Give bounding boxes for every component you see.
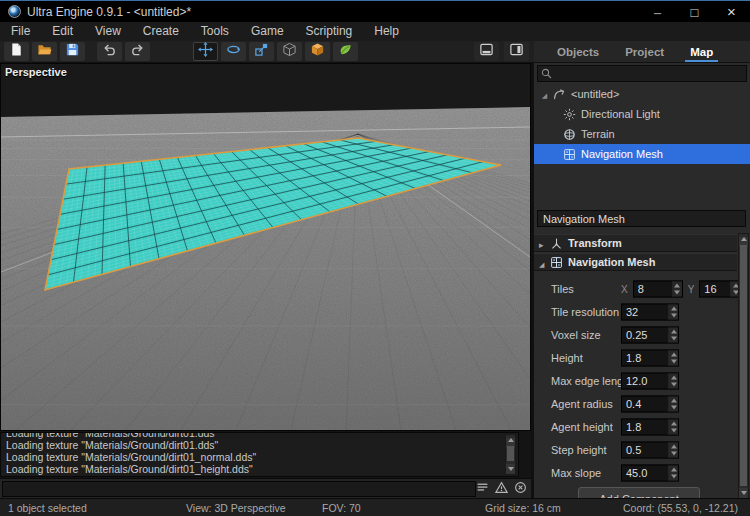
- redo-button[interactable]: [125, 42, 150, 61]
- console-input[interactable]: [2, 481, 476, 497]
- spinbox-value[interactable]: 0.4: [622, 396, 668, 411]
- history-button-group: [97, 42, 150, 61]
- value-spinbox[interactable]: 0.4: [621, 395, 679, 412]
- value-spinbox[interactable]: 0.25: [621, 326, 679, 343]
- spin-up-icon[interactable]: [671, 352, 677, 356]
- spin-down-icon[interactable]: [671, 451, 677, 455]
- spin-up-icon[interactable]: [671, 329, 677, 333]
- log-lines-button[interactable]: [474, 481, 490, 497]
- rotate-tool-button[interactable]: [221, 42, 246, 61]
- redo-icon: [130, 42, 145, 61]
- transform-axis-icon: [548, 237, 565, 250]
- entity-name-field[interactable]: [537, 210, 746, 227]
- property-fields: 32: [621, 303, 679, 320]
- errors-button[interactable]: [512, 481, 528, 497]
- tab-project[interactable]: Project: [620, 46, 669, 62]
- value-spinbox[interactable]: 0.5: [621, 441, 679, 458]
- spinbox-value[interactable]: 32: [622, 304, 668, 319]
- expand-arrow-icon[interactable]: [538, 88, 551, 100]
- move-tool-button[interactable]: [193, 42, 218, 61]
- spinbox-value[interactable]: 45.0: [622, 465, 668, 480]
- spin-down-icon[interactable]: [671, 336, 677, 340]
- right-panel: <untitled>Directional LightTerrainNaviga…: [534, 63, 750, 499]
- spinbox-value[interactable]: 0.25: [622, 327, 668, 342]
- spin-down-icon[interactable]: [671, 313, 677, 317]
- tree-item-directional-light[interactable]: Directional Light: [534, 104, 750, 124]
- open-folder-button[interactable]: [32, 42, 57, 61]
- spinbox-value[interactable]: 12.0: [622, 373, 668, 388]
- save-button[interactable]: [60, 42, 85, 61]
- spinbox-value[interactable]: 16: [700, 281, 730, 296]
- expand-arrow-icon[interactable]: [534, 234, 548, 252]
- spin-up-icon[interactable]: [671, 375, 677, 379]
- tree-item-navigation-mesh[interactable]: Navigation Mesh: [534, 144, 750, 164]
- toggle-right-panel-button[interactable]: [504, 42, 529, 61]
- menu-item-scripting[interactable]: Scripting: [295, 22, 364, 41]
- tree-item--untitled-[interactable]: <untitled>: [534, 84, 750, 104]
- menu-item-create[interactable]: Create: [132, 22, 190, 41]
- property-row-step-height: Step height0.5: [534, 438, 737, 461]
- warnings-button[interactable]: [493, 481, 509, 497]
- menu-item-help[interactable]: Help: [363, 22, 410, 41]
- main-area: Perspective Loading texture "Materials/G…: [0, 63, 750, 499]
- menu-item-file[interactable]: File: [0, 22, 41, 41]
- spin-down-icon[interactable]: [671, 359, 677, 363]
- minimize-button[interactable]: [639, 1, 676, 22]
- section-header-navigation-mesh[interactable]: Navigation Mesh: [534, 253, 737, 271]
- close-button[interactable]: [713, 1, 750, 22]
- spin-down-icon[interactable]: [671, 474, 677, 478]
- spinbox-value[interactable]: 1.8: [622, 350, 668, 365]
- scrollbar-thumb[interactable]: [507, 446, 514, 461]
- value-spinbox[interactable]: 12.0: [621, 372, 679, 389]
- section-header-transform[interactable]: Transform: [534, 234, 737, 252]
- value-spinbox[interactable]: 16: [699, 280, 741, 297]
- tab-map[interactable]: Map: [685, 46, 718, 62]
- expand-arrow-icon[interactable]: [534, 253, 548, 271]
- spin-up-icon[interactable]: [671, 398, 677, 402]
- solid-cube-button[interactable]: [305, 42, 330, 61]
- menu-item-view[interactable]: View: [84, 22, 132, 41]
- spin-down-icon[interactable]: [671, 428, 677, 432]
- value-spinbox[interactable]: 32: [621, 303, 679, 320]
- tree-item-terrain[interactable]: Terrain: [534, 124, 750, 144]
- menu-item-tools[interactable]: Tools: [190, 22, 240, 41]
- spinbox-value[interactable]: 0.5: [622, 442, 668, 457]
- value-spinbox[interactable]: 1.8: [621, 418, 679, 435]
- maximize-button[interactable]: [676, 1, 713, 22]
- spin-up-icon[interactable]: [674, 283, 680, 287]
- scale-tool-button[interactable]: [249, 42, 274, 61]
- spin-up-icon[interactable]: [671, 444, 677, 448]
- spinner-arrows: [668, 350, 678, 365]
- tab-objects[interactable]: Objects: [552, 46, 604, 62]
- spin-down-icon[interactable]: [674, 290, 680, 294]
- value-spinbox[interactable]: 8: [633, 280, 683, 297]
- status-view: View: 3D Perspective: [186, 502, 286, 514]
- spin-down-icon[interactable]: [671, 405, 677, 409]
- toggle-bottom-panel-icon: [479, 42, 494, 61]
- terrain-paint-button[interactable]: [333, 42, 358, 61]
- menu-item-edit[interactable]: Edit: [41, 22, 84, 41]
- console-scrollbar[interactable]: [505, 434, 516, 475]
- wireframe-cube-button[interactable]: [277, 42, 302, 61]
- spin-down-icon[interactable]: [671, 382, 677, 386]
- spin-up-icon[interactable]: [671, 467, 677, 471]
- toggle-bottom-panel-button[interactable]: [474, 42, 499, 61]
- search-input[interactable]: [555, 67, 746, 81]
- viewport-3d[interactable]: Perspective: [0, 63, 531, 431]
- spin-up-icon[interactable]: [671, 421, 677, 425]
- scroll-down-button[interactable]: [739, 488, 748, 498]
- spinbox-value[interactable]: 1.8: [622, 419, 668, 434]
- properties-scrollbar[interactable]: [738, 233, 749, 499]
- property-row-height: Height1.8: [534, 346, 737, 369]
- value-spinbox[interactable]: 1.8: [621, 349, 679, 366]
- undo-button[interactable]: [97, 42, 122, 61]
- scroll-down-button[interactable]: [506, 464, 515, 474]
- value-spinbox[interactable]: 45.0: [621, 464, 679, 481]
- new-file-button[interactable]: [4, 42, 29, 61]
- spin-up-icon[interactable]: [671, 306, 677, 310]
- property-fields: 1.8: [621, 418, 679, 435]
- menu-item-game[interactable]: Game: [240, 22, 295, 41]
- scrollbar-thumb[interactable]: [740, 245, 747, 486]
- properties-area: TransformNavigation MeshTilesX8Y16Tile r…: [534, 234, 737, 484]
- spinbox-value[interactable]: 8: [634, 281, 672, 296]
